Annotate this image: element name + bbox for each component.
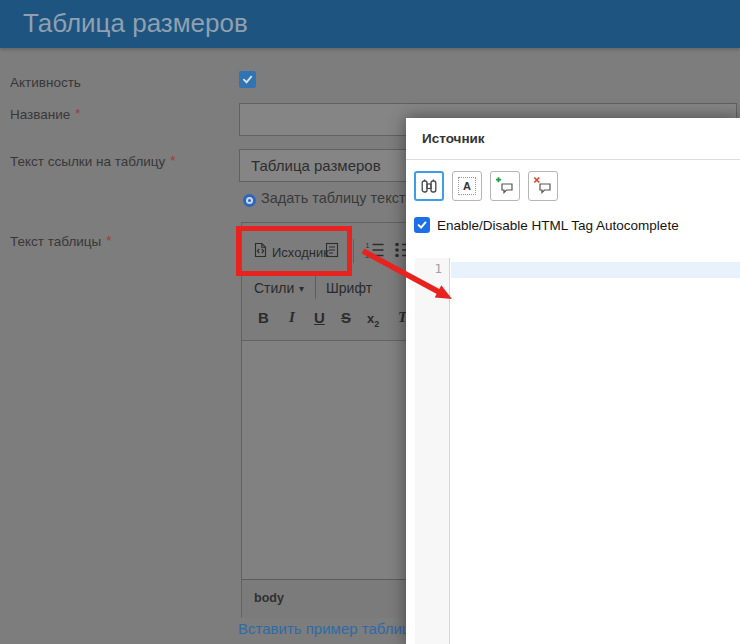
subscript-button[interactable]: x2: [367, 311, 379, 329]
comment-add-icon: [495, 176, 515, 196]
annotation-arrow-icon: [355, 245, 465, 309]
add-comment-button[interactable]: [490, 171, 520, 201]
activity-checkbox[interactable]: [239, 71, 256, 88]
search-button[interactable]: [414, 171, 444, 201]
modal-header: Источник: [406, 118, 740, 160]
required-asterisk: *: [75, 106, 80, 121]
insert-example-link[interactable]: Вставить пример таблицы: [238, 620, 421, 637]
table-mode-radio[interactable]: [243, 194, 256, 207]
form-label-table-text: Текст таблицы*: [10, 234, 111, 249]
annotation-rect: [236, 226, 352, 276]
toolbar-separator: [315, 275, 316, 299]
page-title: Таблица размеров: [23, 8, 248, 39]
active-line-highlight: [451, 262, 740, 278]
comment-remove-icon: [533, 176, 553, 196]
autoformat-icon: A: [458, 177, 476, 195]
styles-dropdown[interactable]: Стили: [254, 280, 294, 296]
form-label-activity: Активность: [10, 75, 81, 90]
required-asterisk: *: [106, 233, 111, 248]
screen: Таблица размеров Активность Название* Те…: [0, 0, 740, 644]
line-number-gutter: 1: [415, 258, 450, 644]
radio-dot: [248, 199, 252, 203]
bold-button[interactable]: B: [258, 309, 269, 326]
checkmark-icon: [416, 219, 428, 231]
strike-button[interactable]: S: [341, 309, 351, 326]
source-modal: Источник A: [406, 118, 740, 644]
autocomplete-checkbox[interactable]: [414, 217, 430, 233]
radio-ring: [246, 197, 253, 204]
form-label-name: Название*: [10, 107, 80, 122]
required-asterisk: *: [170, 153, 175, 168]
chevron-down-icon: ▾: [299, 283, 304, 294]
underline-button[interactable]: U: [314, 309, 325, 326]
modal-title: Источник: [422, 131, 485, 146]
code-editor[interactable]: 1: [406, 258, 740, 644]
italic-button[interactable]: I: [289, 309, 295, 326]
binoculars-icon: [419, 176, 439, 196]
checkmark-icon: [241, 73, 254, 86]
autoformat-button[interactable]: A: [452, 171, 482, 201]
page-header: Таблица размеров: [0, 0, 740, 48]
toolbar-separator: [353, 239, 354, 263]
table-mode-radio-label: Задать таблицу текстом: [261, 190, 423, 206]
autocomplete-label: Enable/Disable HTML Tag Autocomplete: [437, 218, 679, 233]
form-label-link-text: Текст ссылки на таблицу*: [10, 154, 175, 169]
element-path[interactable]: body: [254, 591, 284, 605]
remove-comment-button[interactable]: [528, 171, 558, 201]
